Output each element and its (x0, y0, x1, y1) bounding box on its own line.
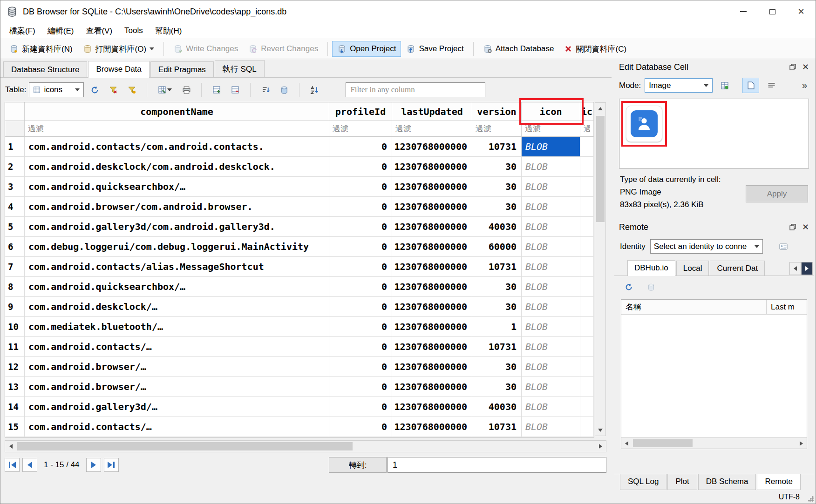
row-number[interactable]: 13 (5, 377, 25, 397)
cell-icon[interactable]: BLOB (522, 337, 580, 357)
cell-componentName[interactable]: com.android.contacts/… (25, 337, 329, 357)
vertical-scrollbar[interactable] (595, 102, 606, 436)
row-number[interactable]: 8 (5, 277, 25, 297)
remote-column-name[interactable]: 名稱 (621, 300, 767, 314)
sort-az-button[interactable] (306, 82, 322, 97)
cell-version[interactable]: 40030 (472, 397, 522, 417)
cell-componentName[interactable]: com.android.contacts/… (25, 417, 329, 437)
cell-profileId[interactable]: 0 (329, 157, 392, 177)
cell-lastUpdated[interactable]: 1230768000000 (392, 157, 472, 177)
cell-lastUpdated[interactable]: 1230768000000 (392, 197, 472, 217)
row-number[interactable]: 5 (5, 217, 25, 237)
cell-profileId[interactable]: 0 (329, 237, 392, 257)
blob-image-thumbnail[interactable] (626, 106, 662, 142)
cell-lastUpdated[interactable]: 1230768000000 (392, 217, 472, 237)
cell-profileId[interactable]: 0 (329, 357, 392, 377)
cell-version[interactable]: 30 (472, 277, 522, 297)
tab-browse-data[interactable]: Browse Data (88, 61, 149, 78)
row-number[interactable]: 1 (5, 137, 25, 157)
row-number[interactable]: 14 (5, 397, 25, 417)
cell-componentName[interactable]: com.android.quicksearchbox/… (25, 277, 329, 297)
menu-help[interactable]: 幫助(H) (149, 24, 188, 38)
cell-version[interactable]: 30 (472, 177, 522, 197)
cell-profileId[interactable]: 0 (329, 317, 392, 337)
remote-column-last-modified[interactable]: Last m (767, 300, 807, 314)
cell-clipped[interactable] (580, 297, 594, 317)
tab-dbhub[interactable]: DBHub.io (627, 260, 675, 276)
cell-clipped[interactable] (580, 417, 594, 437)
cell-version[interactable]: 30 (472, 297, 522, 317)
refresh-button[interactable] (87, 82, 102, 97)
new-database-button[interactable]: 新建資料庫(N) (4, 40, 78, 58)
cell-componentName[interactable]: com.android.deskclock/… (25, 297, 329, 317)
cell-profileId[interactable]: 0 (329, 397, 392, 417)
resize-grip-icon[interactable] (808, 496, 814, 502)
tab-sql-log[interactable]: SQL Log (620, 474, 666, 490)
text-view-button[interactable] (763, 78, 780, 93)
toolbar-overflow-icon[interactable]: » (802, 80, 809, 91)
cell-lastUpdated[interactable]: 1230768000000 (392, 137, 472, 157)
tab-plot[interactable]: Plot (667, 474, 697, 490)
clear-filters-button[interactable] (105, 82, 121, 97)
cell-version[interactable]: 10731 (472, 337, 522, 357)
cell-componentName[interactable]: com.mediatek.bluetooth/… (25, 317, 329, 337)
cell-icon[interactable]: BLOB (522, 277, 580, 297)
row-number[interactable]: 11 (5, 337, 25, 357)
remote-refresh-button[interactable] (621, 280, 637, 295)
remote-scrollbar-thumb[interactable] (633, 439, 693, 447)
tab-scroll-right-button[interactable] (801, 262, 813, 275)
cell-profileId[interactable]: 0 (329, 377, 392, 397)
tab-database-structure[interactable]: Database Structure (3, 61, 87, 77)
cell-icon[interactable]: BLOB (522, 257, 580, 277)
scroll-right-button[interactable] (796, 438, 807, 449)
cell-version[interactable]: 1 (472, 317, 522, 337)
goto-button[interactable]: 轉到: (329, 457, 387, 473)
cell-icon[interactable]: BLOB (522, 157, 580, 177)
cell-clipped[interactable] (580, 137, 594, 157)
vertical-scrollbar-thumb[interactable] (596, 116, 605, 222)
menu-view[interactable]: 查看(V) (80, 24, 118, 38)
scroll-up-button[interactable] (595, 103, 605, 114)
cell-icon[interactable]: BLOB (522, 197, 580, 217)
import-data-button[interactable] (716, 78, 733, 93)
encoding-indicator[interactable]: UTF-8 (779, 493, 800, 501)
cell-icon[interactable]: BLOB (522, 217, 580, 237)
cell-icon[interactable]: BLOB (522, 417, 580, 437)
save-project-button[interactable]: Save Project (401, 41, 469, 57)
cell-lastUpdated[interactable]: 1230768000000 (392, 177, 472, 197)
column-filter-componentName[interactable] (25, 121, 329, 136)
maximize-button[interactable] (758, 0, 787, 23)
row-number[interactable]: 10 (5, 317, 25, 337)
apply-button[interactable]: Apply (746, 185, 808, 202)
save-table-as-button[interactable] (154, 82, 176, 97)
open-database-button[interactable]: 打開資料庫(O) (78, 40, 160, 58)
cell-version[interactable]: 40030 (472, 217, 522, 237)
column-header-version[interactable]: version (472, 102, 522, 121)
cell-version[interactable]: 30 (472, 197, 522, 217)
cell-componentName[interactable]: com.android.gallery3d/com.android.galler… (25, 217, 329, 237)
cell-componentName[interactable]: com.android.gallery3d/… (25, 397, 329, 417)
cell-componentName[interactable]: com.android.contacts/com.android.contact… (25, 137, 329, 157)
cell-icon[interactable]: BLOB (522, 177, 580, 197)
cell-clipped[interactable] (580, 317, 594, 337)
write-changes-button[interactable]: Write Changes (168, 41, 243, 57)
row-number[interactable]: 12 (5, 357, 25, 377)
cell-clipped[interactable] (580, 397, 594, 417)
identity-settings-button[interactable] (775, 239, 792, 254)
cell-lastUpdated[interactable]: 1230768000000 (392, 337, 472, 357)
menu-file[interactable]: 檔案(F) (3, 24, 41, 38)
revert-changes-button[interactable]: Revert Changes (243, 41, 323, 57)
column-header-lastUpdated[interactable]: lastUpdated (392, 102, 472, 121)
remote-list-body[interactable] (621, 315, 807, 437)
print-button[interactable] (178, 82, 194, 97)
cell-clipped[interactable] (580, 257, 594, 277)
tab-execute-sql[interactable]: 執行 SQL (215, 60, 265, 77)
cell-lastUpdated[interactable]: 1230768000000 (392, 277, 472, 297)
column-filter-profileId[interactable] (329, 121, 392, 136)
row-number[interactable]: 4 (5, 197, 25, 217)
cell-icon[interactable]: BLOB (522, 237, 580, 257)
tab-db-schema[interactable]: DB Schema (698, 474, 756, 490)
cell-componentName[interactable]: com.android.quicksearchbox/… (25, 177, 329, 197)
sort-ascending-button[interactable] (258, 82, 273, 97)
tab-edit-pragmas[interactable]: Edit Pragmas (150, 61, 214, 77)
